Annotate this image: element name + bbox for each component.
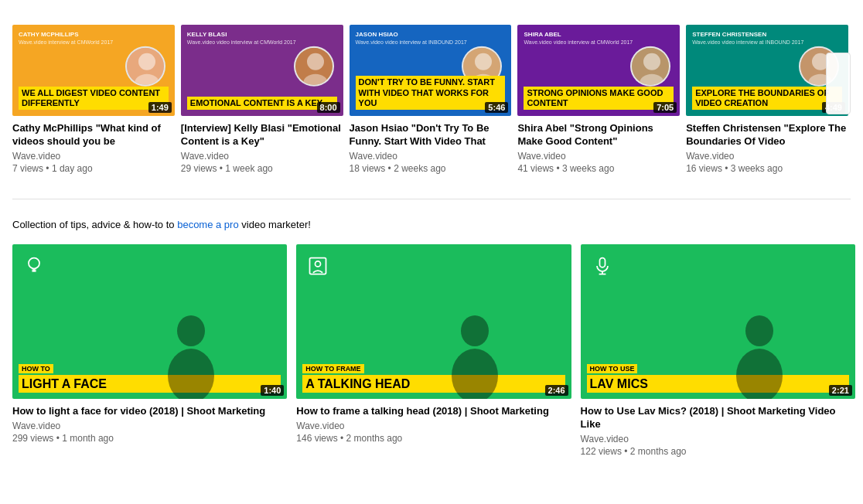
video-card-1[interactable]: CATHY MCPHILLIPSWave.video interview at … (12, 25, 175, 174)
person-silhouette-1 (95, 260, 288, 399)
duration-1: 1:49 (148, 102, 172, 113)
thumbnail-5: STEFFEN CHRISTENSENWave.video video inte… (686, 25, 848, 116)
video-card-2[interactable]: KELLY BLASIWave.video video interview at… (181, 25, 343, 174)
duration-4: 7:05 (653, 102, 677, 113)
video-stats-1: 7 views • 1 day ago (12, 163, 175, 174)
video-stats-s2-1: 299 views • 1 month ago (12, 433, 287, 444)
thumbnail-4: SHIRA ABELWave.video video interview at … (517, 25, 680, 116)
video-title-3: Jason Hsiao "Don't Try To Be Funny. Star… (350, 122, 512, 148)
video-channel-s2-3: Wave.video (581, 434, 855, 444)
video-title-1: Cathy McPhillips "What kind of videos sh… (12, 122, 175, 148)
section1: CATHY MCPHILLIPSWave.video interview at … (12, 12, 851, 174)
carousel-next-button[interactable] (826, 53, 851, 114)
video-card-4[interactable]: SHIRA ABELWave.video video interview at … (517, 25, 680, 174)
thumbnail-2: KELLY BLASIWave.video video interview at… (181, 25, 343, 116)
how-to-label-2: HOW TO FRAME (302, 364, 363, 373)
video-card-s2-3[interactable]: HOW TO USE LAV MICS 2:21 How to Use Lav … (581, 244, 855, 457)
overlay-text-3: DON'T TRY TO BE FUNNY. START WITH VIDEO … (356, 76, 506, 110)
duration-s2-1: 1:40 (261, 385, 284, 396)
overlay-text-5: EXPLORE THE BOUNDARIES OF VIDEO CREATION (692, 87, 842, 110)
video-card-5[interactable]: STEFFEN CHRISTENSENWave.video video inte… (686, 25, 848, 174)
overlay-text-4: STRONG OPINIONS MAKE GOOD CONTENT (524, 87, 674, 110)
video-stats-s2-2: 146 views • 2 months ago (296, 433, 571, 444)
video-channel-5: Wave.video (686, 151, 848, 162)
duration-s2-2: 2:46 (545, 385, 568, 396)
video-title-2: [Interview] Kelly Blasi "Emotional Conte… (181, 122, 343, 148)
section2: Collection of tips, advice & how-to to b… (12, 215, 851, 457)
video-channel-2: Wave.video (181, 151, 343, 162)
video-card-s2-2[interactable]: HOW TO FRAME A TALKING HEAD 2:46 How to … (296, 244, 571, 457)
thumbnail-s2-1: HOW TO LIGHT A FACE 1:40 (12, 244, 287, 399)
video-stats-s2-3: 122 views • 2 months ago (581, 446, 855, 457)
svg-point-23 (461, 315, 489, 346)
video-stats-4: 41 views • 3 weeks ago (517, 163, 680, 174)
duration-3: 5:46 (485, 102, 508, 113)
how-to-label-3: HOW TO USE (587, 364, 638, 373)
how-to-label-1: HOW TO (19, 364, 53, 373)
person-silhouette-2 (379, 260, 571, 399)
duration-2: 8:00 (317, 102, 340, 113)
video-stats-5: 16 views • 3 weeks ago (686, 163, 848, 174)
overlay-text-2: EMOTIONAL CONTENT IS A KEY (187, 97, 337, 110)
video-title-s2-1: How to light a face for video (2018) | S… (12, 405, 287, 418)
video-channel-s2-1: Wave.video (12, 421, 287, 431)
video-title-4: Shira Abel "Strong Opinions Make Good Co… (517, 122, 680, 148)
section1-video-list: CATHY MCPHILLIPSWave.video interview at … (12, 25, 851, 174)
video-card-s2-1[interactable]: HOW TO LIGHT A FACE 1:40 How to light a … (12, 244, 287, 457)
svg-point-24 (452, 349, 498, 399)
svg-point-29 (736, 349, 783, 399)
section2-desc: Collection of tips, advice & how-to to b… (12, 218, 851, 232)
video-channel-s2-2: Wave.video (296, 421, 571, 431)
overlay-text-1: WE ALL DIGEST VIDEO CONTENT DIFFERENTLY (19, 87, 169, 110)
video-title-s2-2: How to frame a talking head (2018) | Sho… (296, 405, 571, 418)
video-title-5: Steffen Christensen "Explore The Boundar… (686, 122, 848, 148)
svg-point-19 (177, 315, 205, 346)
thumbnail-3: JASON HSIAOWave.video video interview at… (350, 25, 512, 116)
thumbnail-s2-2: HOW TO FRAME A TALKING HEAD 2:46 (296, 244, 571, 399)
video-channel-3: Wave.video (350, 151, 512, 162)
video-title-s2-3: How to Use Lav Mics? (2018) | Shoot Mark… (581, 405, 855, 431)
section-divider (12, 199, 851, 199)
thumbnail-1: CATHY MCPHILLIPSWave.video interview at … (12, 25, 175, 116)
person-silhouette-3 (663, 260, 855, 399)
section2-video-list: HOW TO LIGHT A FACE 1:40 How to light a … (12, 244, 851, 457)
video-stats-2: 29 views • 1 week ago (181, 163, 343, 174)
video-channel-4: Wave.video (517, 151, 680, 162)
video-stats-3: 18 views • 2 weeks ago (350, 163, 512, 174)
section1-carousel: CATHY MCPHILLIPSWave.video interview at … (12, 25, 851, 174)
video-channel-1: Wave.video (12, 151, 175, 162)
become-pro-link[interactable]: become a pro (177, 219, 239, 230)
thumbnail-s2-3: HOW TO USE LAV MICS 2:21 (581, 244, 855, 399)
duration-s2-3: 2:21 (829, 385, 852, 396)
svg-point-28 (745, 315, 773, 346)
svg-point-20 (168, 349, 214, 399)
video-card-3[interactable]: JASON HSIAOWave.video video interview at… (350, 25, 512, 174)
